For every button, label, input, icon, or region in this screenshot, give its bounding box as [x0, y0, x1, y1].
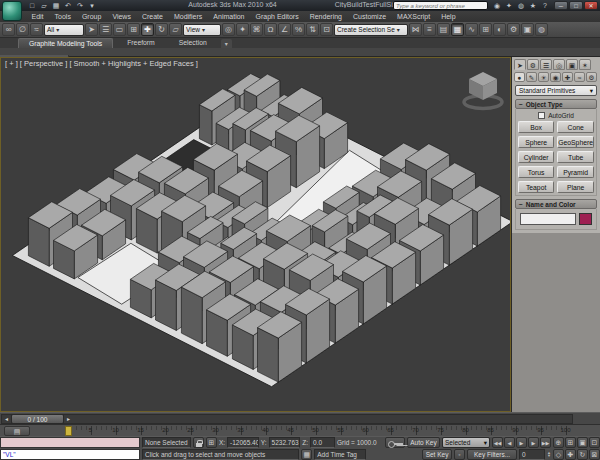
ribbon-tab[interactable]: Graphite Modeling Tools [18, 38, 113, 48]
menu-item[interactable]: Rendering [304, 13, 347, 20]
next-frame-button[interactable]: ▶ [528, 437, 539, 448]
orbit-icon[interactable]: ↻ [577, 449, 588, 460]
reference-coordinate-dropdown[interactable]: View ▾ [183, 24, 221, 36]
snaps-toggle-icon[interactable]: Ω [264, 23, 277, 36]
object-type-button[interactable]: Box [518, 121, 554, 133]
select-and-manipulate-icon[interactable]: ✦ [236, 23, 249, 36]
align-icon[interactable]: ≡ [423, 23, 436, 36]
auto-key-button[interactable]: Auto Key [407, 437, 440, 448]
frame-spinner[interactable]: ▲ ▼ [547, 451, 551, 457]
field-of-view-icon[interactable]: ◇ [553, 449, 564, 460]
time-slider-prev-icon[interactable]: ◂ [2, 414, 11, 424]
subscription-center-icon[interactable]: ✦ [504, 1, 514, 10]
menu-item[interactable]: Tools [49, 13, 76, 20]
spinner-snap-icon[interactable]: ⇅ [306, 23, 319, 36]
zoom-extents-all-icon[interactable]: ⊡ [589, 437, 600, 448]
object-type-button[interactable]: Plane [557, 181, 594, 193]
key-filters-button[interactable]: Key Filters... [467, 449, 517, 460]
named-selection-sets-dropdown[interactable]: Create Selection Se ▾ [334, 24, 408, 36]
current-frame-marker[interactable] [65, 426, 72, 436]
ribbon-toggle-icon[interactable]: ▦ [451, 23, 464, 36]
menu-item[interactable]: Animation [208, 13, 250, 20]
menu-item[interactable]: Views [107, 13, 137, 20]
selection-filter-dropdown[interactable]: All ▾ [44, 24, 84, 36]
viewport-label[interactable]: [ + ] [ Perspective ] [ Smooth + Highlig… [5, 59, 198, 68]
tab-hierarchy[interactable]: ☰ [540, 59, 552, 70]
tab-modify[interactable]: ⚙ [527, 59, 539, 70]
rectangular-selection-icon[interactable]: ▭ [113, 23, 126, 36]
tab-motion[interactable]: ◎ [553, 59, 565, 70]
zoom-extents-icon[interactable]: ▣ [577, 437, 588, 448]
help-icon[interactable]: ? [540, 1, 550, 10]
new-scene-icon[interactable]: □ [27, 1, 37, 10]
macro-recorder-strip[interactable] [0, 437, 140, 448]
go-to-end-button[interactable]: ▶▶ [540, 437, 551, 448]
select-object-icon[interactable]: ➤ [85, 23, 98, 36]
y-coordinate-field[interactable]: 5232.763 [269, 437, 301, 448]
render-setup-icon[interactable]: ⚙ [507, 23, 520, 36]
recent-dropdown-icon[interactable]: ▾ [87, 1, 97, 10]
save-file-icon[interactable]: ▦ [51, 1, 61, 10]
current-frame-field[interactable]: 0 [519, 449, 545, 460]
set-key-button[interactable]: Set Key [422, 449, 452, 460]
select-and-move-icon[interactable]: ✚ [141, 23, 154, 36]
go-to-start-button[interactable]: ◀◀ [492, 437, 503, 448]
menu-item[interactable]: Modifiers [168, 13, 207, 20]
set-key-mode-button[interactable] [385, 437, 405, 448]
layer-manager-icon[interactable]: ▤ [437, 23, 450, 36]
name-color-rollout-header[interactable]: − Name and Color [515, 199, 597, 209]
percent-snap-icon[interactable]: % [292, 23, 305, 36]
previous-frame-button[interactable]: ◀ [504, 437, 515, 448]
category-geometry[interactable]: ● [514, 72, 525, 82]
tab-create[interactable]: ➤ [514, 59, 526, 70]
search-icon[interactable]: ◉ [492, 1, 502, 10]
selection-lock-icon[interactable] [193, 437, 204, 448]
perspective-viewport[interactable]: [ + ] [ Perspective ] [ Smooth + Highlig… [0, 57, 511, 412]
bind-to-space-warp-icon[interactable]: ≈ [30, 23, 43, 36]
open-file-icon[interactable]: ▱ [39, 1, 49, 10]
menu-item[interactable]: Customize [347, 13, 391, 20]
time-slider-handle[interactable]: 0 / 100 [11, 414, 64, 424]
tab-display[interactable]: ▣ [566, 59, 578, 70]
ribbon-overflow-icon[interactable]: ▾ [221, 39, 232, 48]
object-type-button[interactable]: Tube [557, 151, 594, 163]
autogrid-checkbox[interactable] [538, 112, 545, 119]
time-slider-track[interactable] [1, 414, 573, 424]
menu-item[interactable]: MAXScript [392, 13, 436, 20]
absolute-offset-toggle-icon[interactable]: ⊞ [206, 437, 217, 448]
category-cameras[interactable]: ◉ [550, 72, 561, 82]
object-color-swatch[interactable] [579, 213, 592, 225]
tab-utilities[interactable]: ✶ [579, 59, 591, 70]
open-mini-curve-editor-button[interactable]: ▤ [4, 426, 30, 436]
object-type-button[interactable]: Cone [557, 121, 594, 133]
menu-item[interactable]: Graph Editors [250, 13, 304, 20]
object-type-button[interactable]: Sphere [518, 136, 554, 148]
object-type-rollout-header[interactable]: − Object Type [515, 99, 597, 109]
z-coordinate-field[interactable]: 0.0 [310, 437, 335, 448]
use-pivot-center-icon[interactable]: ◎ [222, 23, 235, 36]
named-sets-icon[interactable]: ⊡ [320, 23, 333, 36]
time-slider-next-icon[interactable]: ▸ [64, 414, 73, 424]
select-by-name-icon[interactable]: ☰ [99, 23, 112, 36]
object-type-button[interactable]: GeoSphere [557, 136, 594, 148]
object-type-button[interactable]: Torus [518, 166, 554, 178]
object-name-field[interactable] [520, 213, 576, 225]
favorites-icon[interactable]: ★ [528, 1, 538, 10]
category-spacewarps[interactable]: ≈ [574, 72, 585, 82]
x-coordinate-field[interactable]: -12065.40 [227, 437, 259, 448]
search-input[interactable] [393, 1, 488, 10]
time-tag-icon[interactable]: ▦ [301, 449, 312, 460]
keyboard-override-icon[interactable]: ⌘ [250, 23, 263, 36]
unlink-selection-icon[interactable]: ∅ [16, 23, 29, 36]
communication-center-icon[interactable]: ◍ [516, 1, 526, 10]
rendered-frame-icon[interactable]: ▣ [521, 23, 534, 36]
primitive-category-dropdown[interactable]: Standard Primitives ▾ [515, 85, 597, 96]
maximize-button[interactable]: □ [569, 1, 583, 10]
ribbon-tab[interactable]: Selection [169, 38, 217, 48]
window-crossing-icon[interactable]: ⊞ [127, 23, 140, 36]
menu-item[interactable]: Group [76, 13, 106, 20]
zoom-icon[interactable]: ⊕ [553, 437, 564, 448]
object-type-button[interactable]: Pyramid [557, 166, 594, 178]
undo-icon[interactable]: ↶ [63, 1, 73, 10]
menu-item[interactable]: Help [436, 13, 461, 20]
